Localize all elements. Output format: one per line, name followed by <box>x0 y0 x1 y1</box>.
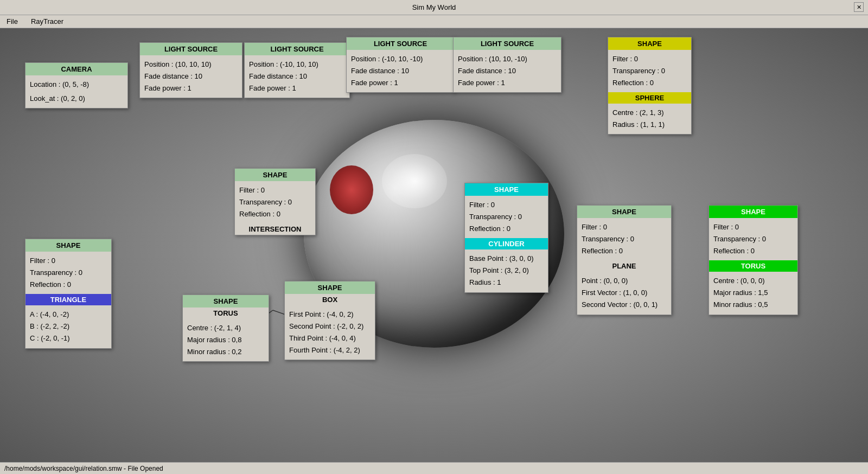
shape-torus1-sub-body: Centre : (-2, 1, 4) Major radius : 0,8 M… <box>183 319 269 361</box>
shape-torus2-minor-radius: Minor radius : 0,5 <box>713 299 793 311</box>
menu-raytracer[interactable]: RayTracer <box>29 16 66 27</box>
shape-triangle-filter: Filter : 0 <box>30 255 107 267</box>
shape-torus2-major-radius: Major radius : 1,5 <box>713 287 793 299</box>
light-source-1-header: LIGHT SOURCE <box>140 43 242 55</box>
shape-intersection-sub-header: INTERSECTION <box>235 223 315 235</box>
menubar: File RayTracer <box>0 15 868 28</box>
light-source-4-panel: LIGHT SOURCE Position : (10, 10, -10) Fa… <box>453 37 561 93</box>
shape-triangle-b: B : (-2, 2, -2) <box>30 321 107 332</box>
shape-torus2-centre: Centre : (0, 0, 0) <box>713 275 793 287</box>
light-source-4-body: Position : (10, 10, -10) Fade distance :… <box>454 50 561 92</box>
light-source-1-panel: LIGHT SOURCE Position : (10, 10, 10) Fad… <box>139 42 242 98</box>
light-source-1-body: Position : (10, 10, 10) Fade distance : … <box>140 55 242 98</box>
shape-triangle-body: Filter : 0 Transparency : 0 Reflection :… <box>25 252 111 294</box>
light-source-3-panel: LIGHT SOURCE Position : (-10, 10, -10) F… <box>346 37 455 93</box>
shape-sphere-shape-header: SHAPE <box>608 37 691 50</box>
shape-cylinder-reflection: Reflection : 0 <box>469 223 544 235</box>
shape-intersection-reflection: Reflection : 0 <box>239 208 311 220</box>
shape-plane-filter: Filter : 0 <box>582 221 667 233</box>
light-source-2-body: Position : (-10, 10, 10) Fade distance :… <box>245 55 349 98</box>
shape-box-second-point: Second Point : (-2, 0, 2) <box>289 321 371 332</box>
shape-cylinder-top-point: Top Point : (3, 2, 0) <box>469 265 544 277</box>
shape-torus1-panel: SHAPE TORUS Centre : (-2, 1, 4) Major ra… <box>182 294 269 362</box>
ls2-fade-power: Fade power : 1 <box>249 82 345 94</box>
ls4-fade-distance: Fade distance : 10 <box>458 65 557 77</box>
shape-cylinder-base-point: Base Point : (3, 0, 0) <box>469 253 544 265</box>
shape-box-fourth-point: Fourth Point : (-4, 2, 2) <box>289 344 371 356</box>
camera-body: Location : (0, 5, -8) Look_at : (0, 2, 0… <box>25 75 127 108</box>
shape-triangle-transparency: Transparency : 0 <box>30 267 107 279</box>
ls1-fade-distance: Fade distance : 10 <box>144 71 238 82</box>
shape-intersection-transparency: Transparency : 0 <box>239 196 311 208</box>
status-text: /home/mods/workspace/gui/relation.smw - … <box>4 465 163 472</box>
shape-torus2-panel: SHAPE Filter : 0 Transparency : 0 Reflec… <box>709 205 798 315</box>
shape-torus1-minor-radius: Minor radius : 0,2 <box>187 346 264 358</box>
shape-torus2-shape-header: SHAPE <box>709 206 797 218</box>
shape-plane-body: Filter : 0 Transparency : 0 Reflection :… <box>577 218 671 260</box>
ls4-fade-power: Fade power : 1 <box>458 77 557 89</box>
shape-box-sub-body: First Point : (-4, 0, 2) Second Point : … <box>285 305 375 360</box>
shape-torus1-centre: Centre : (-2, 1, 4) <box>187 322 264 334</box>
shape-cylinder-filter: Filter : 0 <box>469 199 544 211</box>
shape-intersection-shape-header: SHAPE <box>235 169 315 181</box>
shape-sphere-sub-body: Centre : (2, 1, 3) Radius : (1, 1, 1) <box>608 104 691 134</box>
shape-cylinder-body: Filter : 0 Transparency : 0 Reflection :… <box>465 196 548 238</box>
shape-sphere-panel: SHAPE Filter : 0 Transparency : 0 Reflec… <box>608 37 692 134</box>
titlebar: Sim My World ✕ <box>0 0 868 15</box>
window-title: Sim My World <box>412 3 456 11</box>
shape-plane-transparency: Transparency : 0 <box>582 233 667 245</box>
shape-torus1-major-radius: Major radius : 0,8 <box>187 334 264 346</box>
light-source-2-panel: LIGHT SOURCE Position : (-10, 10, 10) Fa… <box>244 42 350 98</box>
shape-box-shape-header: SHAPE <box>285 281 375 294</box>
shape-torus2-body: Filter : 0 Transparency : 0 Reflection :… <box>709 218 797 260</box>
shape-torus2-reflection: Reflection : 0 <box>713 245 793 257</box>
shape-plane-panel: SHAPE Filter : 0 Transparency : 0 Reflec… <box>577 205 672 315</box>
shape-intersection-body: Filter : 0 Transparency : 0 Reflection :… <box>235 181 315 223</box>
shape-torus2-filter: Filter : 0 <box>713 221 793 233</box>
shape-triangle-reflection: Reflection : 0 <box>30 279 107 291</box>
shape-sphere-sub-header: SPHERE <box>608 92 691 104</box>
shape-intersection-panel: SHAPE Filter : 0 Transparency : 0 Reflec… <box>234 168 316 235</box>
shape-plane-reflection: Reflection : 0 <box>582 245 667 257</box>
shape-torus2-transparency: Transparency : 0 <box>713 233 793 245</box>
shape-torus1-shape-header: SHAPE <box>183 295 269 308</box>
shape-box-panel: SHAPE BOX First Point : (-4, 0, 2) Secon… <box>284 281 375 360</box>
menu-file[interactable]: File <box>4 16 20 27</box>
shape-sphere-centre: Centre : (2, 1, 3) <box>612 107 687 119</box>
shape-sphere-body: Filter : 0 Transparency : 0 Reflection :… <box>608 50 691 92</box>
camera-panel: CAMERA Location : (0, 5, -8) Look_at : (… <box>25 62 128 108</box>
shape-triangle-shape-header: SHAPE <box>25 239 111 252</box>
shape-intersection-filter: Filter : 0 <box>239 184 311 196</box>
shape-sphere-transparency: Transparency : 0 <box>612 65 687 77</box>
shape-triangle-c: C : (-2, 0, -1) <box>30 332 107 344</box>
camera-location: Location : (0, 5, -8) <box>30 79 123 91</box>
shape-box-sub-header: BOX <box>285 294 375 305</box>
shape-cylinder-sub-header: CYLINDER <box>465 238 548 249</box>
shape-sphere-reflection: Reflection : 0 <box>612 77 687 89</box>
shape-triangle-sub-body: A : (-4, 0, -2) B : (-2, 2, -2) C : (-2,… <box>25 305 111 348</box>
shape-plane-second-vector: Second Vector : (0, 0, 1) <box>582 299 667 311</box>
ls1-fade-power: Fade power : 1 <box>144 82 238 94</box>
ls3-position: Position : (-10, 10, -10) <box>351 53 450 65</box>
shape-torus2-sub-body: Centre : (0, 0, 0) Major radius : 1,5 Mi… <box>709 272 797 314</box>
shape-triangle-a: A : (-4, 0, -2) <box>30 309 107 321</box>
shape-cylinder-panel: SHAPE Filter : 0 Transparency : 0 Reflec… <box>464 183 548 293</box>
shape-plane-first-vector: First Vector : (1, 0, 0) <box>582 287 667 299</box>
shape-cylinder-radius: Radius : 1 <box>469 277 544 289</box>
shape-cylinder-transparency: Transparency : 0 <box>469 211 544 223</box>
close-button[interactable]: ✕ <box>854 2 864 12</box>
statusbar: /home/mods/workspace/gui/relation.smw - … <box>0 462 868 474</box>
shape-cylinder-sub-body: Base Point : (3, 0, 0) Top Point : (3, 2… <box>465 249 548 292</box>
ls3-fade-distance: Fade distance : 10 <box>351 65 450 77</box>
ls4-position: Position : (10, 10, -10) <box>458 53 557 65</box>
camera-lookat: Look_at : (0, 2, 0) <box>30 93 123 105</box>
shape-box-first-point: First Point : (-4, 0, 2) <box>289 309 371 321</box>
light-source-2-header: LIGHT SOURCE <box>245 43 349 55</box>
shape-box-third-point: Third Point : (-4, 0, 4) <box>289 332 371 344</box>
shape-sphere-filter: Filter : 0 <box>612 53 687 65</box>
shape-torus2-sub-header: TORUS <box>709 260 797 272</box>
shape-triangle-panel: SHAPE Filter : 0 Transparency : 0 Reflec… <box>25 239 112 349</box>
ls3-fade-power: Fade power : 1 <box>351 77 450 89</box>
shape-plane-sub-header: PLANE <box>577 260 671 272</box>
shape-plane-shape-header: SHAPE <box>577 206 671 218</box>
